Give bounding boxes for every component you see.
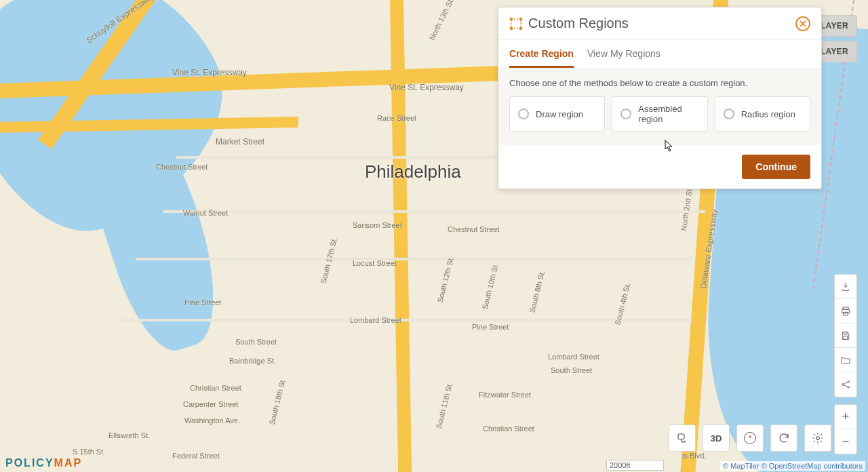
mouse-cursor <box>665 140 674 152</box>
svg-rect-17 <box>678 434 684 439</box>
road-label: Christian Street <box>190 384 241 392</box>
road-label: South 8th St. <box>528 270 546 314</box>
map-attribution: © MapTiler © OpenStreetMap contributors <box>720 461 865 471</box>
road-label: Fitzwater Street <box>479 391 531 399</box>
road-label: North 2nd St. <box>679 186 694 231</box>
road-label: South 10th St. <box>481 262 500 311</box>
option-radius-region[interactable]: Radius region <box>715 96 810 132</box>
city-label: Philadelphia <box>365 161 461 182</box>
svg-rect-2 <box>519 18 522 20</box>
option-label: Radius region <box>741 109 795 119</box>
panel-title: Custom Regions <box>528 16 795 31</box>
zoom-in-button[interactable]: + <box>835 405 856 429</box>
option-label: Draw region <box>536 109 583 119</box>
custom-regions-panel: Custom Regions Create Region View My Reg… <box>498 7 822 189</box>
road-label: Ellsworth St. <box>108 431 150 439</box>
svg-rect-10 <box>844 332 847 334</box>
option-assembled-region[interactable]: Assembled region <box>612 96 707 132</box>
svg-rect-0 <box>511 19 521 28</box>
road-label: Chestnut Street <box>448 225 499 233</box>
scale-indicator: 2000ft <box>606 460 664 471</box>
road-label: Walnut Street <box>183 209 228 217</box>
svg-marker-19 <box>749 435 751 438</box>
settings-icon[interactable] <box>804 425 831 452</box>
download-icon[interactable] <box>835 275 856 299</box>
tab-view-my-regions[interactable]: View My Regions <box>587 40 660 68</box>
refresh-icon[interactable] <box>770 425 797 452</box>
road-label: Vine St. Expressway <box>389 83 464 92</box>
svg-line-16 <box>844 385 847 387</box>
option-label: Assembled region <box>638 104 698 124</box>
svg-rect-1 <box>510 18 513 20</box>
road-label: Pine Street <box>472 323 509 331</box>
radio-icon <box>620 109 631 119</box>
svg-point-12 <box>842 384 844 386</box>
compass-icon[interactable] <box>736 425 764 452</box>
policymap-logo: POLICYMAP <box>5 457 82 469</box>
zoom-out-button[interactable]: − <box>835 429 856 454</box>
road-label: Locust Street <box>353 259 397 267</box>
svg-rect-9 <box>844 312 848 315</box>
close-icon[interactable] <box>795 16 810 31</box>
3d-toggle-button[interactable]: 3D <box>703 425 730 452</box>
road-label: North 13th St. <box>428 0 456 41</box>
zoom-stack: + − <box>834 404 857 454</box>
road-label: South 18th St. <box>268 378 288 426</box>
svg-line-15 <box>844 382 847 385</box>
road-label: South 12th St. <box>436 256 456 304</box>
road-label: South Street <box>551 366 592 374</box>
road-label: Chestnut Street <box>156 163 208 171</box>
folder-icon[interactable] <box>835 348 856 372</box>
save-icon[interactable] <box>835 323 856 348</box>
road-label: South Street <box>235 338 277 346</box>
custom-region-icon <box>509 17 523 31</box>
map-canvas[interactable]: Philadelphia Schuylkill Expressway Vine … <box>0 0 868 472</box>
radio-icon <box>724 109 734 119</box>
svg-rect-4 <box>519 27 522 30</box>
road-label: Christian Street <box>483 425 534 433</box>
svg-point-18 <box>684 441 686 443</box>
continue-button[interactable]: Continue <box>742 155 810 179</box>
road-label: Bainbridge St. <box>229 357 276 365</box>
road-label: South 11th St. <box>435 382 454 430</box>
panel-instruction: Choose one of the methods below to creat… <box>509 78 810 88</box>
option-draw-region[interactable]: Draw region <box>509 96 605 132</box>
print-icon[interactable] <box>835 299 856 323</box>
svg-rect-11 <box>844 336 847 339</box>
road-label: Market Street <box>216 137 264 146</box>
svg-rect-3 <box>510 27 513 30</box>
map-controls-row: 3D <box>669 425 831 452</box>
road-label: Sansom Street <box>353 221 402 229</box>
identify-tool-icon[interactable] <box>669 425 696 452</box>
radio-icon <box>518 109 529 119</box>
road-label: Lombard Street <box>548 353 599 361</box>
svg-point-13 <box>848 381 850 383</box>
road-label: S 15th St <box>73 448 103 456</box>
share-icon[interactable] <box>835 372 856 397</box>
road-label: is Blvd. <box>682 452 706 460</box>
tab-create-region[interactable]: Create Region <box>509 40 574 68</box>
road-label: Washington Ave. <box>184 416 240 425</box>
road-label: Vine St. Expressway <box>172 68 247 77</box>
svg-point-20 <box>816 437 820 440</box>
road-label: Race Street <box>377 114 416 122</box>
road-label: Carpenter Street <box>183 400 238 408</box>
road-label: Lombard Street <box>350 316 401 324</box>
road-label: Federal Street <box>172 452 220 460</box>
road-label: South 17th St. <box>319 237 339 285</box>
road-label: Pine Street <box>184 298 221 307</box>
map-tools-stack <box>834 274 857 397</box>
svg-point-14 <box>848 387 850 389</box>
